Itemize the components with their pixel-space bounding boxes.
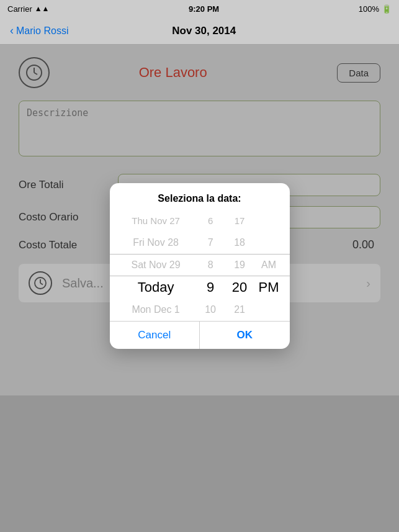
picker-ampm-2: AM	[254, 254, 284, 276]
picker-minute-1: 18	[225, 232, 254, 254]
picker-column-date[interactable]: Thu Nov 27 Fri Nov 28 Sat Nov 29 Today M…	[116, 209, 196, 321]
picker-minute-items: 17 18 19 20 21 22 23	[225, 209, 254, 321]
picker-ampm-1	[254, 232, 284, 254]
picker-container[interactable]: Thu Nov 27 Fri Nov 28 Sat Nov 29 Today M…	[110, 209, 290, 321]
picker-minute-3[interactable]: 20	[225, 276, 254, 299]
modal-title: Seleziona la data:	[110, 183, 290, 209]
picker-hour-2: 8	[196, 254, 225, 276]
picker-hour-0: 6	[196, 209, 225, 232]
picker-date-0: Thu Nov 27	[116, 209, 196, 232]
picker-column-ampm[interactable]: AM PM	[254, 209, 284, 321]
picker-ampm-0	[254, 209, 284, 232]
picker-date-1: Fri Nov 28	[116, 232, 196, 254]
modal-overlay: Seleziona la data: Thu Nov 27 Fri Nov 28…	[0, 0, 399, 532]
modal-box: Seleziona la data: Thu Nov 27 Fri Nov 28…	[110, 183, 290, 349]
picker-hour-3[interactable]: 9	[196, 276, 225, 299]
modal-ok-button[interactable]: OK	[200, 322, 290, 349]
picker-date-4: Mon Dec 1	[116, 299, 196, 321]
picker-hour-items: 6 7 8 9 10 11 12	[196, 209, 225, 321]
picker-ampm-4	[254, 299, 284, 321]
picker-column-hour[interactable]: 6 7 8 9 10 11 12	[196, 209, 225, 321]
picker-date-3[interactable]: Today	[116, 276, 196, 299]
picker-column-minute[interactable]: 17 18 19 20 21 22 23	[225, 209, 254, 321]
modal-cancel-button[interactable]: Cancel	[110, 322, 200, 349]
picker-hour-4: 10	[196, 299, 225, 321]
picker-ampm-items: AM PM	[254, 209, 284, 321]
picker-minute-0: 17	[225, 209, 254, 232]
picker-date-items: Thu Nov 27 Fri Nov 28 Sat Nov 29 Today M…	[116, 209, 196, 321]
picker-minute-2: 19	[225, 254, 254, 276]
picker-ampm-3[interactable]: PM	[254, 276, 284, 299]
picker-minute-4: 21	[225, 299, 254, 321]
modal-buttons: Cancel OK	[110, 321, 290, 349]
picker-date-2: Sat Nov 29	[116, 254, 196, 276]
picker-hour-1: 7	[196, 232, 225, 254]
